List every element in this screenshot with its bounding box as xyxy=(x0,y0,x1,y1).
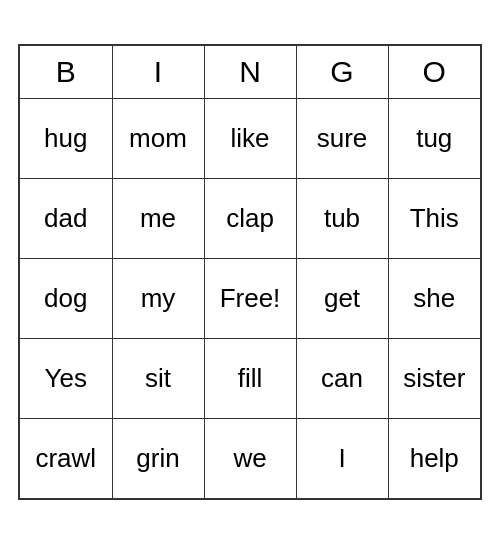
table-cell: dog xyxy=(20,258,112,338)
table-cell: I xyxy=(296,418,388,498)
table-cell: Free! xyxy=(204,258,296,338)
table-cell: dad xyxy=(20,178,112,258)
table-cell: Yes xyxy=(20,338,112,418)
table-cell: crawl xyxy=(20,418,112,498)
table-row: dadmeclaptubThis xyxy=(20,178,480,258)
table-cell: she xyxy=(388,258,480,338)
table-row: hugmomlikesuretug xyxy=(20,98,480,178)
table-row: crawlgrinweIhelp xyxy=(20,418,480,498)
table-cell: This xyxy=(388,178,480,258)
table-row: dogmyFree!getshe xyxy=(20,258,480,338)
table-cell: tub xyxy=(296,178,388,258)
table-cell: me xyxy=(112,178,204,258)
table-cell: my xyxy=(112,258,204,338)
bingo-body: hugmomlikesuretugdadmeclaptubThisdogmyFr… xyxy=(20,98,480,498)
table-cell: clap xyxy=(204,178,296,258)
table-row: Yessitfillcansister xyxy=(20,338,480,418)
header-g: G xyxy=(296,46,388,98)
header-n: N xyxy=(204,46,296,98)
table-cell: sure xyxy=(296,98,388,178)
header-b: B xyxy=(20,46,112,98)
bingo-card: B I N G O hugmomlikesuretugdadmeclaptubT… xyxy=(18,44,482,500)
table-cell: can xyxy=(296,338,388,418)
header-i: I xyxy=(112,46,204,98)
table-cell: help xyxy=(388,418,480,498)
table-cell: like xyxy=(204,98,296,178)
bingo-table: B I N G O hugmomlikesuretugdadmeclaptubT… xyxy=(20,46,480,498)
table-cell: we xyxy=(204,418,296,498)
table-cell: hug xyxy=(20,98,112,178)
table-cell: sister xyxy=(388,338,480,418)
table-cell: tug xyxy=(388,98,480,178)
table-cell: grin xyxy=(112,418,204,498)
table-cell: get xyxy=(296,258,388,338)
table-cell: sit xyxy=(112,338,204,418)
table-cell: fill xyxy=(204,338,296,418)
header-o: O xyxy=(388,46,480,98)
header-row: B I N G O xyxy=(20,46,480,98)
table-cell: mom xyxy=(112,98,204,178)
